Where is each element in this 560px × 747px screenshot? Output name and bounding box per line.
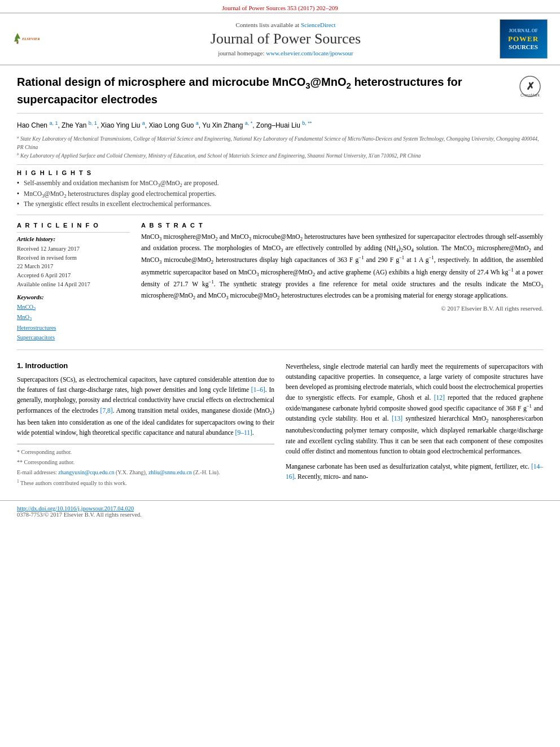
affiliation-a: a State Key Laboratory of Mechanical Tra… <box>17 134 543 151</box>
intro-paragraph-1: Supercapacitors (SCs), as electrochemica… <box>17 374 274 438</box>
abstract-header: A B S T R A C T <box>141 222 543 229</box>
article-title: Rational design of microsphere and micro… <box>17 74 509 107</box>
email-zhang[interactable]: zhangyuxin@cqu.edu.cn <box>58 469 114 475</box>
right-paragraph-1: Nevertheless, single electrode material … <box>286 361 543 457</box>
svg-rect-3 <box>17 42 19 44</box>
history-section: Article history: Received 12 January 201… <box>17 232 130 289</box>
ref-1-6[interactable]: [1–6] <box>251 386 265 393</box>
intro-title: Introduction <box>25 361 68 370</box>
elsevier-tree-logo: ELSEVIER <box>8 27 40 49</box>
footer-issn: 0378-7753/© 2017 Elsevier B.V. All right… <box>17 512 543 518</box>
sciencedirect-link[interactable]: ScienceDirect <box>301 21 336 28</box>
history-revised: Received in revised form <box>17 254 130 263</box>
intro-number: 1. <box>17 361 23 370</box>
ref-13[interactable]: [13] <box>392 415 403 422</box>
journal-homepage: journal homepage: www.elsevier.com/locat… <box>76 50 495 56</box>
article-info-header: A R T I C L E I N F O <box>17 222 130 229</box>
keyword-mnco3[interactable]: MnCO3 <box>17 303 130 313</box>
footnote-corresponding-1: * Corresponding author. <box>17 448 274 457</box>
article-title-section: Rational design of microsphere and micro… <box>17 74 543 113</box>
power-sources-logo: JOURNAL OF POWER SOURCES <box>495 19 552 59</box>
ref-14-16[interactable]: [14–16] <box>286 463 543 480</box>
keyword-mno2[interactable]: MnO2 <box>17 313 130 324</box>
footnotes-section: * Corresponding author. ** Corresponding… <box>17 444 274 488</box>
ref-7-8[interactable]: [7,8] <box>100 407 113 414</box>
highlights-list: Self-assembly and oxidation mechanism fo… <box>17 180 543 207</box>
history-accepted: Accepted 6 April 2017 <box>17 271 130 280</box>
history-label: Article history: <box>17 235 130 242</box>
ref-12[interactable]: [12] <box>434 394 445 401</box>
article-info-abstract: A R T I C L E I N F O Article history: R… <box>17 222 543 350</box>
abstract-text: MnCO3 microsphere@MnO2 and MnCO3 microcu… <box>141 232 543 302</box>
authors-line: Hao Chen a, 1, Zhe Yan b, 1, Xiao Ying L… <box>17 119 543 131</box>
contents-line: Contents lists available at ScienceDirec… <box>76 21 495 28</box>
journal-title: Journal of Power Sources <box>76 30 495 47</box>
highlight-1: Self-assembly and oxidation mechanism fo… <box>17 180 543 188</box>
body-left-column: 1. Introduction Supercapacitors (SCs), a… <box>17 361 274 489</box>
main-content: Rational design of microsphere and micro… <box>0 65 560 497</box>
journal-reference: Journal of Power Sources 353 (2017) 202–… <box>0 0 560 12</box>
journal-title-area: Contents lists available at ScienceDirec… <box>76 21 495 56</box>
highlight-3: The synergistic effect results in excell… <box>17 200 543 207</box>
email-liu[interactable]: zhliu@snnu.edu.cn <box>148 469 192 475</box>
intro-heading: 1. Introduction <box>17 361 274 370</box>
affiliation-b: b Key Laboratory of Applied Surface and … <box>17 151 543 160</box>
history-received: Received 12 January 2017 <box>17 244 130 254</box>
ref-9-11[interactable]: [9–11] <box>235 429 252 436</box>
page: Journal of Power Sources 353 (2017) 202–… <box>0 0 560 747</box>
body-content: 1. Introduction Supercapacitors (SCs), a… <box>17 359 543 489</box>
abstract-copyright: © 2017 Elsevier B.V. All rights reserved… <box>141 305 543 312</box>
footnote-email: E-mail addresses: zhangyuxin@cqu.edu.cn … <box>17 468 274 477</box>
history-revised-date: 22 March 2017 <box>17 262 130 271</box>
journal-header: ELSEVIER Contents lists available at Sci… <box>0 12 560 65</box>
article-info-column: A R T I C L E I N F O Article history: R… <box>17 222 130 343</box>
history-online: Available online 14 April 2017 <box>17 280 130 289</box>
svg-text:✗: ✗ <box>526 81 535 92</box>
logo-power-text: POWER <box>508 34 539 43</box>
footer-bar: http://dx.doi.org/10.1016/j.jpowsour.201… <box>0 500 560 522</box>
right-paragraph-2: Manganese carbonate has been used as des… <box>286 461 543 482</box>
highlights-section: H I G H L I G H T S Self-assembly and ox… <box>17 169 543 215</box>
keywords-section: Keywords: MnCO3 MnO2 Heterostructures Su… <box>17 294 130 343</box>
footnote-corresponding-2: ** Corresponding author. <box>17 458 274 467</box>
logo-top-text: JOURNAL OF <box>509 28 537 33</box>
svg-text:ELSEVIER: ELSEVIER <box>21 37 40 41</box>
keyword-heterostructures[interactable]: Heterostructures <box>17 324 130 333</box>
logo-box: JOURNAL OF POWER SOURCES <box>500 19 548 59</box>
crossmark-badge[interactable]: ✗ CrossMark <box>518 74 543 99</box>
abstract-column: A B S T R A C T MnCO3 microsphere@MnO2 a… <box>141 222 543 343</box>
footnote-equal-contrib: 1 These authors contributed equally to t… <box>17 478 274 488</box>
svg-text:CrossMark: CrossMark <box>520 93 540 97</box>
keywords-label: Keywords: <box>17 294 130 300</box>
affiliations: a State Key Laboratory of Mechanical Tra… <box>17 134 543 165</box>
footer-doi[interactable]: http://dx.doi.org/10.1016/j.jpowsour.201… <box>17 505 543 512</box>
highlights-header: H I G H L I G H T S <box>17 169 543 176</box>
keyword-supercapacitors[interactable]: Supercapacitors <box>17 333 130 343</box>
highlight-2: MnCO3@MnO2 heterostructures display good… <box>17 190 543 199</box>
homepage-link[interactable]: www.elsevier.com/locate/jpowsour <box>266 50 353 56</box>
logo-sources-text: SOURCES <box>509 43 538 50</box>
elsevier-logo-area: ELSEVIER <box>8 27 76 51</box>
body-right-column: Nevertheless, single electrode material … <box>286 361 543 489</box>
